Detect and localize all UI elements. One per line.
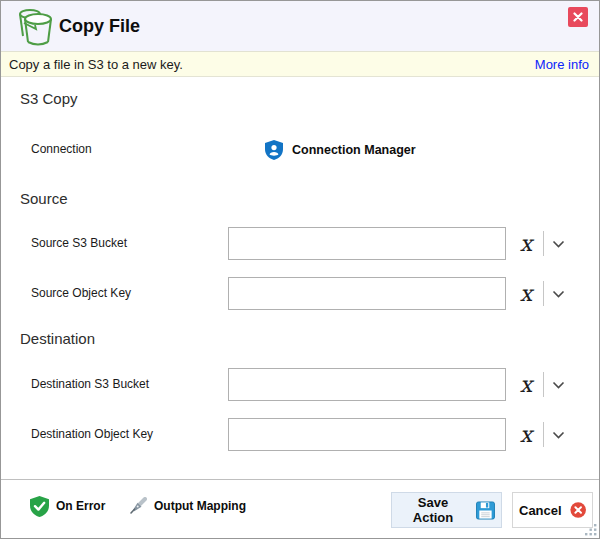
divider xyxy=(543,422,544,447)
source-s3-bucket-input[interactable] xyxy=(228,227,506,260)
cancel-button[interactable]: Cancel xyxy=(512,492,593,528)
divider xyxy=(543,231,544,256)
save-action-button[interactable]: Save Action xyxy=(391,492,502,528)
more-info-link[interactable]: More info xyxy=(535,57,589,72)
expression-editor-button[interactable]: x xyxy=(513,419,539,450)
info-bar: Copy a file in S3 to a new key. More inf… xyxy=(1,51,599,77)
connection-row: Connection Connection Manager xyxy=(1,133,599,166)
pen-icon xyxy=(129,497,147,515)
source-s3-bucket-label: Source S3 Bucket xyxy=(31,227,127,260)
connection-manager-button[interactable]: Connection Manager xyxy=(265,133,416,166)
output-mapping-label: Output Mapping xyxy=(154,499,246,513)
titlebar: Copy File xyxy=(1,1,599,51)
field-row-destination-bucket: Destination S3 Bucket x xyxy=(1,368,599,401)
source-object-key-label: Source Object Key xyxy=(31,277,131,310)
field-row-source-bucket: Source S3 Bucket x xyxy=(1,227,599,260)
connection-shield-icon xyxy=(265,140,283,160)
dropdown-chevron-button[interactable] xyxy=(547,369,569,400)
dropdown-chevron-button[interactable] xyxy=(547,278,569,309)
close-button[interactable] xyxy=(568,7,588,27)
divider xyxy=(543,372,544,397)
cancel-circle-x-icon xyxy=(570,500,586,520)
section-heading-source: Source xyxy=(20,190,68,207)
dropdown-chevron-button[interactable] xyxy=(547,228,569,259)
on-error-label: On Error xyxy=(56,499,105,513)
chevron-down-icon xyxy=(552,240,565,248)
footer-bar: On Error Output Mapping Save Action Canc… xyxy=(1,479,599,538)
field-row-destination-key: Destination Object Key x xyxy=(1,418,599,451)
chevron-down-icon xyxy=(552,431,565,439)
dropdown-chevron-button[interactable] xyxy=(547,419,569,450)
cancel-label: Cancel xyxy=(519,503,562,518)
expression-editor-button[interactable]: x xyxy=(513,228,539,259)
close-icon xyxy=(573,12,583,22)
connection-manager-label: Connection Manager xyxy=(292,143,416,157)
source-object-key-input[interactable] xyxy=(228,277,506,310)
destination-object-key-input[interactable] xyxy=(228,418,506,451)
on-error-shield-icon xyxy=(30,496,49,517)
copy-file-dialog: Copy File Copy a file in S3 to a new key… xyxy=(0,0,600,539)
destination-object-key-label: Destination Object Key xyxy=(31,418,153,451)
resize-grip[interactable] xyxy=(584,523,597,536)
expression-editor-button[interactable]: x xyxy=(513,278,539,309)
chevron-down-icon xyxy=(552,290,565,298)
on-error-button[interactable]: On Error xyxy=(30,494,105,518)
dialog-title: Copy File xyxy=(59,1,140,51)
info-text: Copy a file in S3 to a new key. xyxy=(9,57,183,72)
destination-s3-bucket-label: Destination S3 Bucket xyxy=(31,368,149,401)
chevron-down-icon xyxy=(552,381,565,389)
divider xyxy=(543,281,544,306)
expression-editor-button[interactable]: x xyxy=(513,369,539,400)
s3-bucket-icon xyxy=(16,6,56,48)
section-heading-destination: Destination xyxy=(20,330,95,347)
section-heading-s3-copy: S3 Copy xyxy=(20,90,78,107)
save-action-label: Save Action xyxy=(398,495,468,525)
field-row-source-key: Source Object Key x xyxy=(1,277,599,310)
destination-s3-bucket-input[interactable] xyxy=(228,368,506,401)
connection-label: Connection xyxy=(31,133,92,166)
output-mapping-button[interactable]: Output Mapping xyxy=(129,494,246,518)
save-floppy-icon xyxy=(476,501,495,520)
